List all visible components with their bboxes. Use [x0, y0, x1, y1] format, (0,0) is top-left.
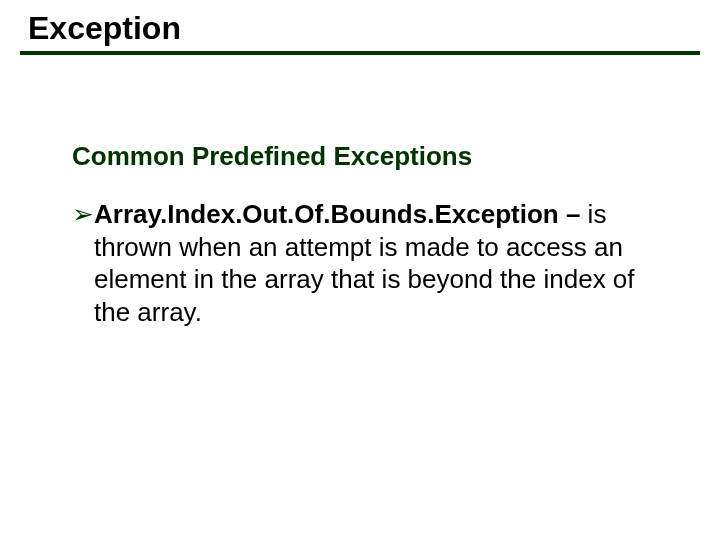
page-title: Exception — [28, 10, 720, 47]
exception-name: Array.Index.Out.Of.Bounds.Exception — [94, 199, 559, 229]
chevron-right-icon: ➢ — [72, 199, 94, 229]
bullet-item: ➢Array.Index.Out.Of.Bounds.Exception – i… — [72, 198, 660, 328]
content-area: Common Predefined Exceptions ➢Array.Inde… — [0, 55, 720, 328]
title-block: Exception — [0, 0, 720, 47]
dash-separator: – — [559, 199, 588, 229]
section-subhead: Common Predefined Exceptions — [72, 141, 660, 172]
slide: Exception Common Predefined Exceptions ➢… — [0, 0, 720, 540]
